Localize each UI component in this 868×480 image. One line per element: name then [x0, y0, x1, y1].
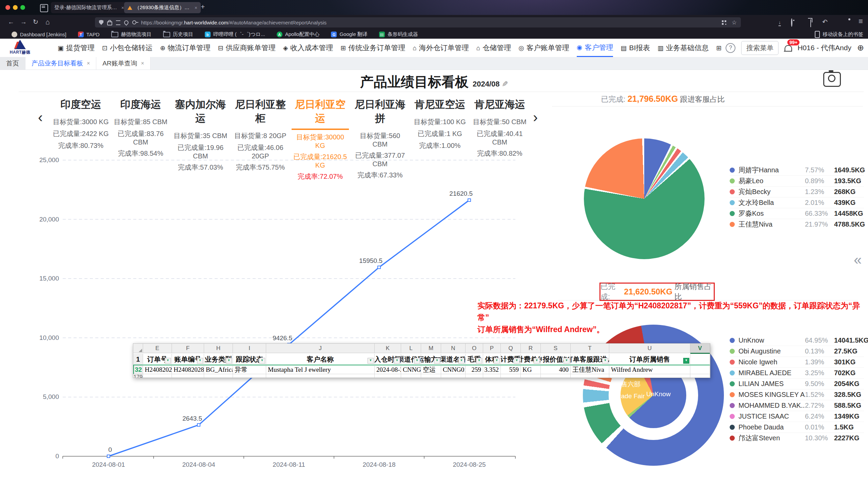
bookmark-item[interactable]: 历史项目 — [163, 31, 193, 38]
help-icon[interactable]: ? — [726, 43, 735, 53]
legend-item-邝达富Steven[interactable]: 邝达富Steven10.30%2227KG — [730, 433, 864, 443]
nav-item-收入成本管理[interactable]: ◈收入成本管理 — [283, 39, 333, 57]
page-tab-AR账单查询[interactable]: AR账单查询× — [96, 57, 151, 70]
edit-date-icon[interactable]: ✎ — [502, 80, 508, 89]
sheet-column-letter-O[interactable]: O — [466, 344, 483, 353]
filter-dropdown-icon[interactable]: ▼ — [494, 358, 500, 364]
close-page-tab-icon[interactable]: × — [141, 60, 144, 66]
nav-item-BI报表[interactable]: ▤BI报表 — [620, 39, 650, 57]
legend-item-MOSES KINGSLEY A...[interactable]: MOSES KINGSLEY A...1.52%328.5KG — [730, 389, 864, 400]
macos-minimize-button[interactable] — [13, 5, 18, 10]
page-tab-首页[interactable]: 首页 — [0, 57, 25, 70]
bookmark-item[interactable]: 赫德物流项目 — [111, 31, 152, 38]
sheet-column-letter-R[interactable]: R — [521, 344, 541, 353]
downloads-icon[interactable]: ↓ — [778, 19, 781, 25]
nav-item-客户管理[interactable]: ◉客户管理 — [577, 39, 613, 57]
sheet-column-letter-T[interactable]: T — [571, 344, 609, 353]
filter-dropdown-icon[interactable]: ▼ — [514, 358, 520, 364]
sheet-column-letter-U[interactable]: U — [609, 344, 690, 353]
filter-dropdown-icon[interactable]: ▼ — [683, 358, 689, 364]
sheet-column-letter-Q[interactable]: Q — [501, 344, 521, 353]
close-page-tab-icon[interactable]: × — [87, 60, 90, 66]
bookmark-item[interactable]: |||条形码生成器 — [379, 31, 418, 38]
nav-item-海外仓订单管理[interactable]: ⌂海外仓订单管理 — [413, 39, 469, 57]
undo-icon[interactable]: ↶ — [822, 19, 828, 25]
bookmark-item[interactable]: AApollo配置中心 — [277, 31, 320, 38]
mobile-bookmarks[interactable]: 移动设备上的书签 — [815, 31, 868, 38]
sheet-column-letter-I[interactable]: I — [233, 344, 266, 353]
current-user[interactable]: H016 - 代伟Andy — [797, 43, 851, 53]
key-icon[interactable] — [132, 20, 136, 24]
qr-code-icon[interactable] — [722, 20, 726, 25]
filter-dropdown-icon[interactable]: ▼ — [394, 358, 400, 364]
sheet-column-letter-S[interactable]: S — [541, 344, 571, 353]
browser-tab-dashboard[interactable]: （26930条推送信息）产品业务目 × — [124, 2, 201, 13]
legend-item-罗淼Kos[interactable]: 罗淼Kos66.33%14458KG — [730, 208, 864, 219]
language-globe-icon[interactable]: ⊕ — [857, 43, 864, 53]
legend-item-LILIAN JAMES[interactable]: LILIAN JAMES9.50%2054KG — [730, 378, 864, 389]
filter-dropdown-icon[interactable]: ▼ — [458, 358, 465, 364]
legend-item-Phoebe Dauda[interactable]: Phoebe Dauda0.01%1.5KG — [730, 422, 864, 433]
sheet-column-letter-V[interactable]: V — [690, 344, 710, 354]
nav-item-仓储管理[interactable]: ⌂仓储管理 — [476, 39, 511, 57]
nav-item-业务基础信息[interactable]: ▥业务基础信息 — [657, 39, 709, 57]
product-card-肯尼亚海运[interactable]: 肯尼亚海运目标货量:50 CBM已完成量:40.41 CBM完成率:80.82% — [470, 96, 530, 181]
sheet-column-letter-N[interactable]: N — [441, 344, 466, 353]
sheet-row-number[interactable]: 32 — [133, 365, 143, 374]
carousel-left-arrow[interactable]: ‹ — [38, 109, 43, 126]
menu-icon[interactable]: ≡ — [859, 18, 863, 25]
nav-item-供应商账单管理[interactable]: ⊟供应商账单管理 — [218, 39, 276, 57]
product-card-印度海运[interactable]: 印度海运目标货量:85 CBM已完成量:83.76 CBM完成率:98.54% — [111, 96, 171, 181]
product-card-肯尼亚空运[interactable]: 肯尼亚空运目标货量:100 KG已完成量:1 KG完成率:1.00% — [410, 96, 470, 181]
home-icon[interactable]: ⌂ — [45, 19, 50, 25]
legend-item-JUSTICE ISAAC[interactable]: JUSTICE ISAAC6.24%1349KG — [730, 411, 864, 422]
address-bar-input[interactable]: https://bookingmgr.hart-worldwide.com/#/… — [95, 17, 741, 27]
filter-dropdown-icon[interactable]: ▼ — [534, 358, 540, 364]
bookmark-star-icon[interactable]: ☆ — [732, 19, 737, 26]
notifications-bell[interactable]: 99+ — [784, 44, 792, 52]
legend-item-文水玲Bella[interactable]: 文水玲Bella2.01%439KG — [730, 197, 864, 208]
filter-dropdown-icon[interactable]: ▼ — [476, 358, 482, 364]
legend-item-周婧宇Hanna[interactable]: 周婧宇Hanna7.57%1649.5KG — [730, 165, 864, 175]
page-tab-产品业务目标看板[interactable]: 产品业务目标看板× — [25, 57, 96, 70]
filter-dropdown-icon[interactable]: ▼ — [165, 358, 171, 364]
bookmark-item[interactable]: Dashboard [Jenkins] — [12, 32, 66, 37]
collapse-panel-icon[interactable]: « — [854, 252, 862, 268]
nav-item-客户账单管理[interactable]: ◎客户账单管理 — [518, 39, 569, 57]
product-card-尼日利亚整柜[interactable]: 尼日利亚整柜目标货量:8 20GP已完成量:46.06 20GP完成率:575.… — [231, 96, 291, 181]
sheet-column-letter-K[interactable]: K — [375, 344, 401, 353]
filter-dropdown-icon[interactable]: ▼ — [564, 358, 570, 364]
permissions-icon[interactable] — [116, 20, 120, 25]
product-card-塞内加尔海运[interactable]: 塞内加尔海运目标货量:35 CBM已完成量:19.96 CBM完成率:57.03… — [171, 96, 231, 181]
cs-share-pie-chart[interactable] — [584, 138, 705, 259]
filter-dropdown-icon[interactable]: ▼ — [368, 358, 374, 364]
legend-item-Nicole Igweh[interactable]: Nicole Igweh1.39%301KG — [730, 357, 864, 367]
legend-item-易豪Leo[interactable]: 易豪Leo0.89%193.5KG — [730, 175, 864, 186]
sheet-column-letter-F[interactable]: F◂▸ — [172, 344, 204, 353]
legend-item-王佳慧Niva[interactable]: 王佳慧Niva21.97%4788.5KG — [730, 219, 864, 230]
account-icon[interactable] — [791, 19, 792, 26]
lock-icon[interactable] — [107, 21, 112, 25]
macos-zoom-button[interactable] — [20, 5, 25, 10]
nav-item-小包仓储转运[interactable]: ⊡小包仓储转运 — [102, 39, 153, 57]
firefox-view-icon[interactable] — [40, 4, 48, 12]
bookmark-item[interactable]: GGoogle 翻译 — [331, 31, 368, 38]
filter-dropdown-icon[interactable]: ▼ — [434, 358, 440, 364]
location-icon[interactable] — [123, 19, 129, 25]
product-card-尼日利亚空运[interactable]: 尼日利亚空运目标货量:30000 KG已完成量:21620.5 KG完成率:72… — [290, 96, 350, 181]
sheet-column-letter-E[interactable]: E — [143, 344, 172, 353]
sheet-column-letter-L[interactable]: L — [401, 344, 421, 353]
sheet-column-letter-J[interactable]: J — [266, 344, 375, 353]
filter-dropdown-icon[interactable]: ▼ — [259, 358, 265, 364]
filter-dropdown-icon[interactable]: ▼ — [414, 358, 420, 364]
product-card-尼日利亚海拼[interactable]: 尼日利亚海拼目标货量:560 CBM已完成量:377.07 CBM完成率:67.… — [350, 96, 410, 181]
sheet-row-number[interactable]: 1 — [133, 354, 143, 365]
filter-dropdown-icon[interactable]: ▼ — [602, 358, 608, 364]
filter-dropdown-icon[interactable]: ▼ — [226, 358, 232, 364]
sheet-column-letter-M[interactable]: M — [421, 344, 441, 353]
forward-icon[interactable]: → — [20, 19, 27, 25]
legend-item-MIRABEL AJEDE[interactable]: MIRABEL AJEDE3.25%702KG — [730, 367, 864, 378]
search-menu-button[interactable]: 搜索菜单 — [741, 41, 778, 55]
browser-tab-login[interactable]: 登录-赫德国际物流管理系统后台端 × — [51, 2, 127, 13]
reload-icon[interactable]: ↻ — [33, 19, 38, 25]
